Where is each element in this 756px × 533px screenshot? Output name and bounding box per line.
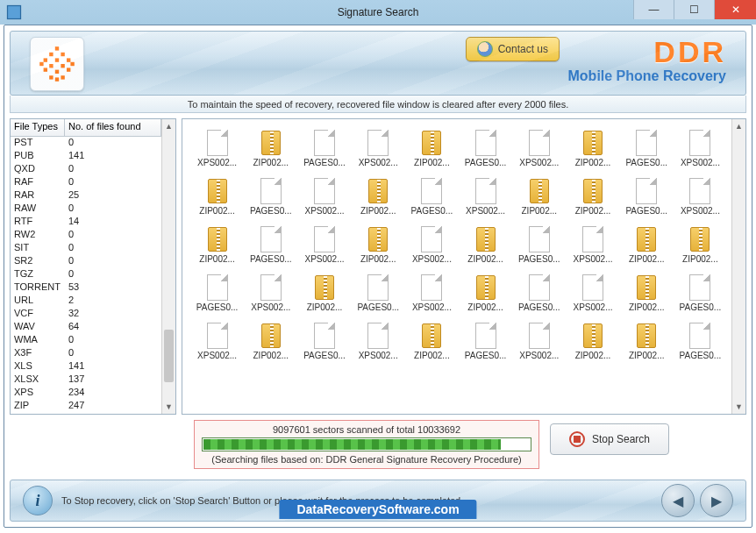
file-item[interactable]: XPS002... bbox=[191, 128, 243, 167]
table-row[interactable]: VCF32 bbox=[11, 308, 161, 321]
cell-type: RW2 bbox=[11, 229, 65, 242]
table-row[interactable]: RW20 bbox=[11, 229, 161, 242]
file-item[interactable]: PAGES0... bbox=[245, 224, 296, 264]
zip-icon bbox=[368, 227, 388, 252]
file-item[interactable]: XPS002... bbox=[298, 224, 350, 264]
table-row[interactable]: TGZ0 bbox=[11, 268, 161, 281]
file-item[interactable]: PAGES0... bbox=[674, 321, 726, 360]
file-item[interactable]: ZIP002... bbox=[298, 273, 350, 312]
table-row[interactable]: RAW0 bbox=[11, 203, 161, 216]
file-item[interactable]: ZIP002... bbox=[567, 128, 618, 167]
table-row[interactable]: URL2 bbox=[11, 295, 161, 308]
scroll-thumb[interactable] bbox=[164, 330, 174, 382]
file-item[interactable]: XPS002... bbox=[298, 176, 350, 216]
file-item[interactable]: XPS002... bbox=[191, 321, 243, 360]
file-item[interactable]: ZIP002... bbox=[245, 128, 296, 167]
file-item[interactable]: PAGES0... bbox=[460, 321, 511, 360]
table-row[interactable]: SR20 bbox=[11, 255, 161, 268]
file-item[interactable]: PAGES0... bbox=[298, 128, 350, 167]
scroll-up-icon[interactable]: ▲ bbox=[162, 119, 175, 133]
prev-button[interactable]: ◀ bbox=[661, 484, 695, 517]
file-item[interactable]: ZIP002... bbox=[621, 224, 673, 264]
table-row[interactable]: XPS234 bbox=[11, 387, 161, 400]
file-item[interactable]: XPS002... bbox=[460, 176, 511, 216]
table-row[interactable]: PUB141 bbox=[11, 150, 161, 163]
file-item[interactable]: PAGES0... bbox=[353, 273, 404, 312]
file-item[interactable]: ZIP002... bbox=[406, 128, 458, 167]
maximize-button[interactable]: ☐ bbox=[674, 0, 714, 19]
cell-count: 0 bbox=[65, 255, 161, 268]
column-header-file-types[interactable]: File Types bbox=[11, 119, 65, 136]
table-row[interactable]: RAR25 bbox=[11, 189, 161, 203]
left-scrollbar[interactable]: ▲ ▼ bbox=[161, 119, 175, 414]
document-icon bbox=[260, 178, 282, 204]
file-item[interactable]: ZIP002... bbox=[353, 176, 404, 216]
minimize-button[interactable]: — bbox=[633, 0, 674, 19]
file-item[interactable]: ZIP002... bbox=[460, 224, 511, 264]
table-row[interactable]: RAF0 bbox=[11, 176, 161, 189]
table-row[interactable]: SIT0 bbox=[11, 242, 161, 255]
file-item[interactable]: XPS002... bbox=[353, 321, 404, 360]
file-item[interactable]: PAGES0... bbox=[513, 273, 565, 312]
table-row[interactable]: WMA0 bbox=[11, 334, 161, 347]
file-item[interactable]: PAGES0... bbox=[298, 321, 350, 360]
table-row[interactable]: XLS141 bbox=[11, 360, 161, 373]
document-icon bbox=[421, 274, 442, 301]
table-row[interactable]: QXD0 bbox=[11, 163, 161, 176]
file-item[interactable]: ZIP002... bbox=[191, 176, 243, 216]
file-item[interactable]: XPS002... bbox=[406, 224, 458, 264]
right-scrollbar[interactable]: ▲ ▼ bbox=[731, 119, 745, 414]
contact-us-button[interactable]: Contact us bbox=[466, 37, 560, 61]
file-item[interactable]: ZIP002... bbox=[245, 321, 296, 360]
file-item[interactable]: XPS002... bbox=[245, 273, 296, 312]
document-icon bbox=[689, 130, 710, 156]
column-header-count[interactable]: No. of files found bbox=[65, 119, 161, 136]
document-icon bbox=[475, 178, 496, 204]
file-item[interactable]: XPS002... bbox=[406, 273, 458, 312]
file-item[interactable]: PAGES0... bbox=[406, 176, 458, 216]
file-item[interactable]: PAGES0... bbox=[191, 273, 243, 312]
file-item[interactable]: XPS002... bbox=[353, 128, 404, 167]
table-row[interactable]: PST0 bbox=[11, 137, 161, 150]
file-item[interactable]: PAGES0... bbox=[621, 176, 673, 216]
file-item[interactable]: ZIP002... bbox=[621, 273, 673, 312]
file-item[interactable]: XPS002... bbox=[567, 224, 618, 264]
file-item[interactable]: ZIP002... bbox=[674, 224, 726, 264]
file-item[interactable]: ZIP002... bbox=[353, 224, 404, 264]
progress-bar bbox=[202, 437, 531, 451]
file-item[interactable]: PAGES0... bbox=[460, 128, 511, 167]
file-label: ZIP002... bbox=[307, 302, 343, 312]
file-item[interactable]: ZIP002... bbox=[513, 176, 565, 216]
file-item[interactable]: XPS002... bbox=[674, 128, 726, 167]
file-item[interactable]: XPS002... bbox=[674, 176, 726, 216]
table-row[interactable]: WAV64 bbox=[11, 321, 161, 334]
file-item[interactable]: XPS002... bbox=[567, 273, 618, 312]
file-label: PAGES0... bbox=[465, 351, 507, 360]
next-button[interactable]: ▶ bbox=[700, 484, 733, 517]
file-item[interactable]: ZIP002... bbox=[567, 176, 618, 216]
scroll-down-icon[interactable]: ▼ bbox=[162, 400, 175, 414]
table-row[interactable]: ZIP247 bbox=[11, 400, 161, 413]
file-item[interactable]: XPS002... bbox=[513, 321, 565, 360]
table-row[interactable]: RTF14 bbox=[11, 216, 161, 229]
file-item[interactable]: ZIP002... bbox=[406, 321, 458, 360]
table-row[interactable]: TORRENT53 bbox=[11, 281, 161, 295]
file-item[interactable]: PAGES0... bbox=[621, 128, 673, 167]
cell-count: 25 bbox=[65, 189, 161, 203]
stop-search-button[interactable]: Stop Search bbox=[550, 423, 669, 455]
file-item[interactable]: XPS002... bbox=[513, 128, 565, 167]
file-item[interactable]: ZIP002... bbox=[191, 224, 243, 264]
zip-icon bbox=[422, 323, 441, 348]
scroll-up-icon[interactable]: ▲ bbox=[732, 119, 745, 133]
file-item[interactable]: ZIP002... bbox=[621, 321, 673, 360]
close-button[interactable]: ✕ bbox=[714, 0, 756, 19]
table-row[interactable]: X3F0 bbox=[11, 347, 161, 360]
scroll-down-icon[interactable]: ▼ bbox=[732, 400, 745, 414]
table-row[interactable]: XLSX137 bbox=[11, 373, 161, 387]
file-item[interactable]: PAGES0... bbox=[245, 176, 296, 216]
file-item[interactable]: ZIP002... bbox=[460, 273, 511, 312]
file-item[interactable]: PAGES0... bbox=[513, 224, 565, 264]
file-item[interactable]: ZIP002... bbox=[567, 321, 618, 360]
document-icon bbox=[636, 130, 657, 156]
file-item[interactable]: PAGES0... bbox=[674, 273, 726, 312]
